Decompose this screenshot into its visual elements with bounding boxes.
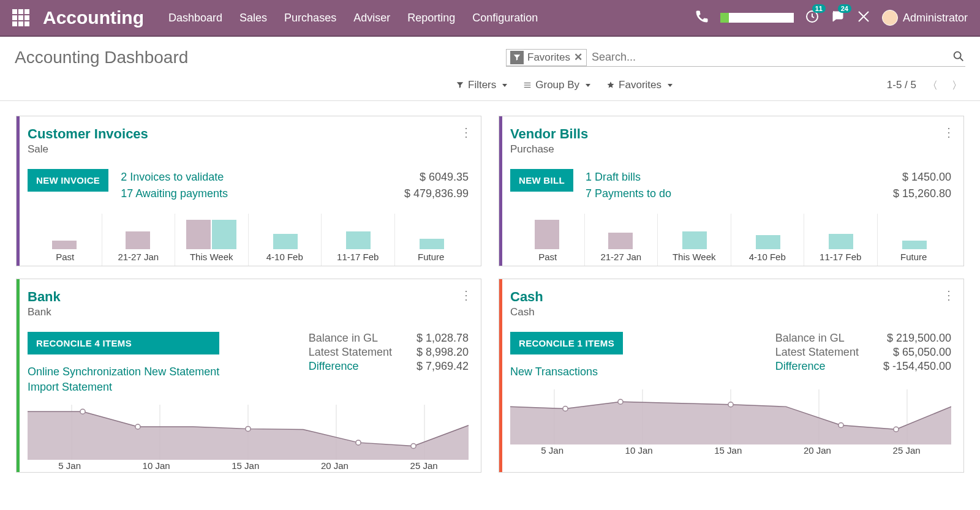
bill-links: 1 Draft bills 7 Payments to do bbox=[586, 169, 671, 202]
phone-icon[interactable] bbox=[695, 9, 709, 26]
bank-line-chart: 5 Jan10 Jan15 Jan20 Jan25 Jan bbox=[28, 405, 469, 472]
apps-icon[interactable] bbox=[12, 9, 29, 26]
new-bill-button[interactable]: NEW BILL bbox=[510, 169, 573, 192]
dashboard-grid: ⋮ Customer Invoices Sale NEW INVOICE 2 I… bbox=[0, 101, 980, 487]
card-title[interactable]: Bank bbox=[28, 289, 469, 305]
brand-title: Accounting bbox=[43, 7, 144, 28]
search-chip-favorites[interactable]: Favorites ✕ bbox=[506, 49, 587, 66]
page-title: Accounting Dashboard bbox=[15, 48, 188, 67]
menu-configuration[interactable]: Configuration bbox=[472, 12, 538, 24]
pager-next-icon[interactable]: 〉 bbox=[952, 78, 965, 92]
svg-point-11 bbox=[411, 444, 416, 449]
chat-badge: 24 bbox=[838, 4, 851, 13]
card-customer-invoices: ⋮ Customer Invoices Sale NEW INVOICE 2 I… bbox=[16, 116, 481, 266]
groupby-button[interactable]: Group By bbox=[523, 79, 590, 91]
link-payments-to-do[interactable]: 7 Payments to do bbox=[586, 187, 671, 200]
invoice-amounts: $ 6049.35 $ 479,836.99 bbox=[404, 169, 469, 202]
user-name: Administrator bbox=[903, 12, 968, 24]
cash-line-chart: 5 Jan10 Jan15 Jan20 Jan25 Jan bbox=[510, 389, 951, 457]
link-import-statement[interactable]: Import Statement bbox=[28, 381, 112, 393]
card-subtitle: Bank bbox=[28, 306, 469, 318]
svg-point-19 bbox=[728, 402, 733, 407]
funnel-icon bbox=[510, 51, 524, 64]
search-input[interactable] bbox=[587, 48, 952, 66]
svg-point-8 bbox=[135, 424, 140, 429]
card-title[interactable]: Vendor Bills bbox=[510, 126, 951, 142]
tools-icon[interactable] bbox=[856, 9, 871, 26]
menu-dashboard[interactable]: Dashboard bbox=[168, 12, 222, 24]
link-awaiting-payments[interactable]: 17 Awaiting payments bbox=[121, 187, 228, 200]
svg-point-7 bbox=[80, 410, 85, 414]
breadcrumb-row: Accounting Dashboard Favorites ✕ bbox=[0, 37, 980, 75]
filters-button[interactable]: Filters bbox=[456, 79, 507, 91]
activity-icon[interactable]: 11 bbox=[805, 9, 820, 26]
nav-right: 11 24 Administrator bbox=[695, 9, 968, 26]
search-icon[interactable] bbox=[952, 50, 965, 66]
card-vendor-bills: ⋮ Vendor Bills Purchase NEW BILL 1 Draft… bbox=[499, 116, 964, 266]
search-bar: Favorites ✕ bbox=[506, 48, 965, 67]
trial-progress[interactable] bbox=[720, 13, 794, 23]
ci-bar-chart: Past21-27 JanThis Week4-10 Feb11-17 FebF… bbox=[28, 217, 469, 266]
user-menu[interactable]: Administrator bbox=[882, 10, 968, 26]
new-invoice-button[interactable]: NEW INVOICE bbox=[28, 169, 108, 192]
menu-reporting[interactable]: Reporting bbox=[407, 12, 455, 24]
card-bank: ⋮ Bank Bank RECONCILE 4 ITEMS Online Syn… bbox=[16, 279, 481, 473]
svg-point-21 bbox=[894, 427, 899, 432]
card-cash: ⋮ Cash Cash RECONCILE 1 ITEMS New Transa… bbox=[499, 279, 964, 473]
invoice-links: 2 Invoices to validate 17 Awaiting payme… bbox=[121, 169, 228, 202]
svg-point-18 bbox=[618, 399, 623, 404]
menu-adviser[interactable]: Adviser bbox=[353, 12, 390, 24]
menu-purchases[interactable]: Purchases bbox=[284, 12, 336, 24]
reconcile-cash-button[interactable]: RECONCILE 1 ITEMS bbox=[510, 332, 623, 354]
card-title[interactable]: Customer Invoices bbox=[28, 126, 469, 142]
vb-bar-chart: Past21-27 JanThis Week4-10 Feb11-17 FebF… bbox=[510, 217, 951, 266]
pager-prev-icon[interactable]: 〈 bbox=[927, 78, 941, 92]
card-subtitle: Purchase bbox=[510, 143, 951, 156]
svg-point-1 bbox=[954, 51, 961, 58]
chat-icon[interactable]: 24 bbox=[831, 9, 845, 26]
filter-row: Filters Group By Favorites 1-5 / 5 〈 〉 bbox=[0, 75, 980, 100]
card-subtitle: Sale bbox=[28, 143, 469, 156]
menu-sales[interactable]: Sales bbox=[239, 12, 267, 24]
avatar-icon bbox=[882, 10, 898, 26]
link-invoices-to-validate[interactable]: 2 Invoices to validate bbox=[121, 171, 224, 183]
link-new-statement[interactable]: New Statement bbox=[144, 366, 219, 378]
card-menu-icon[interactable]: ⋮ bbox=[460, 288, 472, 302]
main-menu: Dashboard Sales Purchases Adviser Report… bbox=[168, 12, 538, 24]
chip-label: Favorites bbox=[527, 51, 570, 64]
svg-point-17 bbox=[563, 407, 568, 411]
bill-amounts: $ 1450.00 $ 15,260.80 bbox=[893, 169, 951, 202]
activity-badge: 11 bbox=[812, 4, 826, 13]
reconcile-bank-button[interactable]: RECONCILE 4 ITEMS bbox=[28, 332, 219, 354]
card-menu-icon[interactable]: ⋮ bbox=[943, 125, 955, 140]
link-draft-bills[interactable]: 1 Draft bills bbox=[586, 171, 641, 183]
card-subtitle: Cash bbox=[510, 306, 951, 318]
svg-point-20 bbox=[839, 423, 843, 428]
chip-remove-icon[interactable]: ✕ bbox=[574, 51, 582, 64]
pager-text: 1-5 / 5 bbox=[887, 79, 916, 91]
card-menu-icon[interactable]: ⋮ bbox=[943, 288, 955, 302]
top-nav: Accounting Dashboard Sales Purchases Adv… bbox=[0, 0, 980, 37]
link-new-transactions[interactable]: New Transactions bbox=[510, 366, 598, 378]
svg-point-10 bbox=[356, 440, 361, 445]
card-menu-icon[interactable]: ⋮ bbox=[460, 125, 472, 140]
card-title[interactable]: Cash bbox=[510, 289, 951, 305]
favorites-button[interactable]: Favorites bbox=[606, 79, 673, 91]
pager: 1-5 / 5 〈 〉 bbox=[887, 78, 965, 92]
svg-point-9 bbox=[246, 427, 251, 432]
link-online-sync[interactable]: Online Synchronization bbox=[28, 366, 141, 378]
